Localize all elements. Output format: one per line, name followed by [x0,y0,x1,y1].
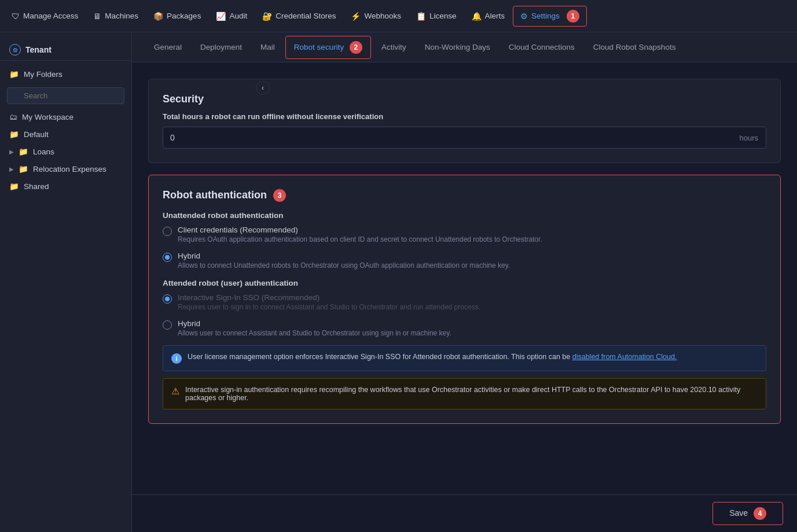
sidebar-label-my-workspace: My Workspace [22,113,74,121]
page-content: Security Total hours a robot can run off… [132,62,797,532]
sidebar-tenant: ⊙ Tenant [0,39,131,61]
radio-desc-client: Requires OAuth application authenticatio… [178,235,766,243]
automation-cloud-link[interactable]: disabled from Automation Cloud. [572,353,677,361]
tab-mail[interactable]: Mail [252,38,283,56]
radio-btn-hybrid-unattended[interactable] [163,253,172,262]
sidebar-item-loans[interactable]: ▶ 📁 Loans [0,143,131,160]
tab-cloud-robot-snapshots[interactable]: Cloud Robot Snapshots [585,38,684,56]
webhooks-icon: ⚡ [351,12,361,21]
nav-packages[interactable]: 📦 Packages [146,8,208,24]
nav-webhooks[interactable]: ⚡ Webhooks [344,8,408,24]
radio-label-hybrid-unattended: Hybrid [178,252,766,260]
radio-interactive-sso[interactable]: Interactive Sign-In SSO (Recommended) Re… [163,293,766,311]
hours-input-wrap: hours [163,127,766,149]
tab-non-working-days[interactable]: Non-Working Days [417,38,498,56]
nav-machines-label: Machines [105,12,138,20]
info-box: i User license management option enforce… [163,345,766,371]
default-folder-icon: 📁 [9,130,19,139]
robot-auth-title-text: Robot authentication [163,189,267,201]
radio-content-client: Client credentials (Recommended) Require… [178,226,766,243]
relocation-expand-icon: ▶ [9,166,14,172]
tab-general[interactable]: General [146,38,190,56]
step-badge-1: 1 [567,10,579,23]
sidebar-label-loans: Loans [33,147,54,156]
radio-hybrid-attended[interactable]: Hybrid Allows user to connect Assistant … [163,319,766,337]
save-label: Save [729,508,748,518]
sidebar-item-my-workspace[interactable]: 🗂 My Workspace [0,109,131,125]
audit-icon: 📈 [216,12,226,21]
warning-text: Interactive sign-in authentication requi… [185,386,758,402]
radio-btn-interactive-sso[interactable] [163,294,172,304]
robot-auth-title: Robot authentication 3 [163,189,766,202]
unattended-title: Unattended robot authentication [163,211,766,220]
unattended-radio-group: Client credentials (Recommended) Require… [163,226,766,269]
search-input[interactable] [7,87,124,104]
radio-btn-client-credentials[interactable] [163,227,172,236]
attended-radio-group: Interactive Sign-In SSO (Recommended) Re… [163,293,766,337]
nav-license[interactable]: 📋 License [409,8,464,24]
info-icon: i [171,353,182,364]
radio-hybrid-unattended[interactable]: Hybrid Allows to connect Unattended robo… [163,252,766,269]
packages-icon: 📦 [153,12,163,21]
sidebar-label-shared: Shared [24,182,49,191]
nav-alerts-label: Alerts [485,12,505,20]
hours-subtitle: Total hours a robot can run offline with… [163,112,766,121]
sidebar-item-shared[interactable]: 📁 Shared [0,178,131,195]
sidebar-item-relocation[interactable]: ▶ 📁 Relocation Expenses [0,160,131,178]
radio-label-sso: Interactive Sign-In SSO (Recommended) [178,293,766,302]
step-badge-3: 3 [273,189,286,202]
warning-icon: ⚠ [171,386,179,397]
nav-credential-stores[interactable]: 🔐 Credential Stores [255,8,343,24]
attended-title: Attended robot (user) authentication [163,279,766,287]
radio-desc-hybrid-unattended: Allows to connect Unattended robots to O… [178,261,766,269]
nav-settings[interactable]: ⚙ Settings 1 [513,6,587,27]
nav-machines[interactable]: 🖥 Machines [86,8,145,24]
my-folders-label: My Folders [24,70,63,79]
loans-folder-icon: 📁 [19,147,28,156]
credential-stores-icon: 🔐 [262,12,272,21]
radio-label-client: Client credentials (Recommended) [178,226,766,234]
license-icon: 📋 [416,12,426,21]
nav-audit[interactable]: 📈 Audit [209,8,254,24]
nav-alerts[interactable]: 🔔 Alerts [465,8,512,24]
info-text: User license management option enforces … [188,353,677,361]
radio-desc-hybrid-attended: Allows user to connect Assistant and Stu… [178,329,766,337]
tab-robot-security[interactable]: Robot security 2 [285,36,371,59]
sub-tabs: General Deployment Mail Robot security 2… [132,32,797,62]
step-badge-2: 2 [350,41,362,54]
settings-icon: ⚙ [520,12,528,21]
nav-license-label: License [429,12,457,20]
nav-manage-access[interactable]: 🛡 Manage Access [5,8,85,24]
tenant-label: Tenant [25,45,52,54]
nav-items: 🛡 Manage Access 🖥 Machines 📦 Packages 📈 … [5,6,792,27]
manage-access-icon: 🛡 [12,12,20,21]
save-button[interactable]: Save 4 [712,502,783,525]
nav-credential-stores-label: Credential Stores [276,12,336,20]
alerts-icon: 🔔 [472,12,482,21]
workspace-icon: 🗂 [9,113,17,121]
tenant-icon: ⊙ [9,44,21,56]
robot-auth-card: Robot authentication 3 Unattended robot … [148,175,781,424]
nav-audit-label: Audit [229,12,247,20]
radio-content-hybrid-attended: Hybrid Allows user to connect Assistant … [178,319,766,337]
page-footer: Save 4 [132,494,797,532]
security-title: Security [163,93,766,105]
hours-unit: hours [739,134,758,142]
radio-btn-hybrid-attended[interactable] [163,320,172,330]
sidebar-label-default: Default [24,130,49,139]
warning-box: ⚠ Interactive sign-in authentication req… [163,378,766,409]
tab-activity[interactable]: Activity [373,38,414,56]
tab-cloud-connections[interactable]: Cloud Connections [501,38,583,56]
step-badge-4: 4 [754,507,766,520]
radio-client-credentials[interactable]: Client credentials (Recommended) Require… [163,226,766,243]
sidebar-my-folders[interactable]: 📁 My Folders [0,65,131,83]
radio-desc-sso: Requires user to sign in to connect Assi… [178,303,766,311]
tab-deployment[interactable]: Deployment [192,38,250,56]
nav-webhooks-label: Webhooks [364,12,401,20]
hours-input[interactable] [163,127,766,149]
tab-robot-security-label: Robot security [294,42,344,51]
nav-manage-access-label: Manage Access [23,12,78,20]
sidebar-item-default[interactable]: 📁 Default [0,125,131,143]
relocation-folder-icon: 📁 [19,164,28,173]
sidebar-back-button[interactable]: ‹ [256,81,270,95]
